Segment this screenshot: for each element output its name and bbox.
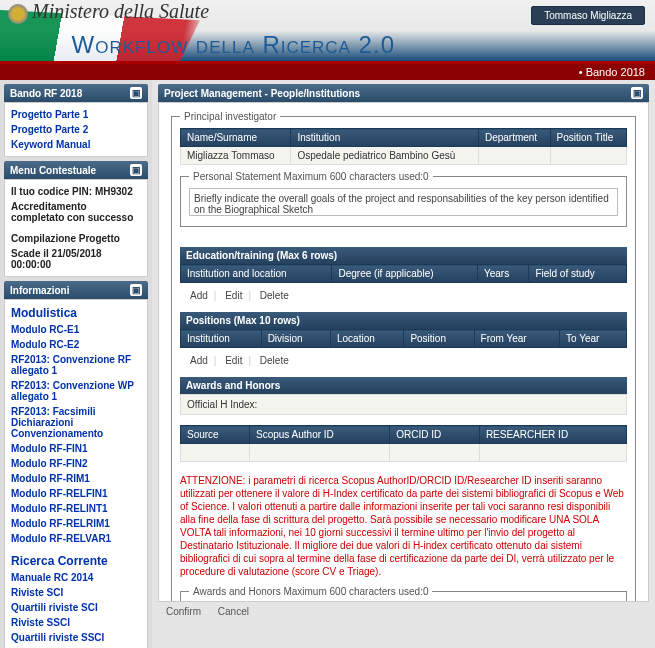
sidebar-link[interactable]: Modulo RF-RELRIM1 [9,516,143,531]
ricerca-heading: Ricerca Corrente [9,552,143,570]
awards-section-header: Awards and Honors [180,377,627,394]
education-table: Institution and location Degree (if appl… [180,264,627,283]
sidebar-link[interactable]: Modulo RC-E2 [9,337,143,352]
th-position: Position Title [550,129,627,147]
edit-button[interactable]: Edit [225,355,242,366]
th-researcher: RESEARCHER ID [479,426,626,444]
ps-legend: Personal Statement Maximum 600 character… [189,171,433,182]
ids-table: Source Scopus Author ID ORCID ID RESEARC… [180,425,627,462]
sidebar-link[interactable]: Modulo RF-RELINT1 [9,501,143,516]
sidebar-link[interactable]: Modulo RF-RELVAR1 [9,531,143,546]
th-edu-field: Field of study [529,265,627,283]
th-pos-loc: Location [330,330,403,348]
education-section-header: Education/training (Max 6 rows) [180,247,627,264]
sidebar-link[interactable]: Progetto Parte 1 [9,107,143,122]
th-department: Department [478,129,550,147]
th-orcid: ORCID ID [390,426,480,444]
sidebar-link[interactable]: Riviste SSCI [9,615,143,630]
sidebar-link[interactable]: Quartili riviste SSCI [9,630,143,645]
sidebar-link[interactable]: RF2013: Convenzione RF allegato 1 [9,352,143,378]
education-toolbar: Add| Edit| Delete [180,287,627,304]
th-pos-to: To Year [559,330,626,348]
cell-researcher [479,444,626,462]
app-header: Ministero della Salute Tommaso Migliazza… [0,0,655,64]
positions-table: Institution Division Location Position F… [180,329,627,348]
th-pos-from: From Year [474,330,559,348]
sidebar-link[interactable]: Quartili riviste SCI [9,600,143,615]
sidebar-link[interactable]: RF2013: Convenzione WP allegato 1 [9,378,143,404]
sidebar-link[interactable]: RF2013: Facsimili Dichiarazioni Convenzi… [9,404,143,441]
accreditamento-label: Accreditamento completato con successo [9,199,143,225]
cell-department [478,147,550,165]
sidebar-link[interactable]: Progetto Parte 2 [9,122,143,137]
cell-source [181,444,250,462]
collapse-icon[interactable]: ▣ [631,87,643,99]
th-pos-pos: Position [404,330,474,348]
th-edu-years: Years [477,265,528,283]
pin-label: Il tuo codice PIN: MH9302 [9,184,143,199]
table-row[interactable]: Migliazza Tommaso Ospedale pediatrico Ba… [181,147,627,165]
hindex-row: Official H Index: [180,394,627,415]
awards-text-fieldset: Awards and Honors Maximum 600 characters… [180,586,627,602]
cell-institution: Ospedale pediatrico Bambino Gesù [291,147,479,165]
deadline-label: Scade il 21/05/2018 00:00:00 [9,246,143,272]
cell-position [550,147,627,165]
ah-legend: Awards and Honors Maximum 600 characters… [189,586,432,597]
cell-orcid [390,444,480,462]
sidebar-link[interactable]: Modulo RF-FIN2 [9,456,143,471]
th-source: Source [181,426,250,444]
delete-button[interactable]: Delete [260,355,289,366]
edit-button[interactable]: Edit [225,290,242,301]
sidebar-panel-bando: Bando RF 2018 ▣ Progetto Parte 1 Progett… [4,84,148,157]
ministry-title: Ministero della Salute [32,0,209,23]
th-pos-div: Division [261,330,330,348]
sidebar-link[interactable]: Riviste SCI [9,585,143,600]
bando-banner: • Bando 2018 [0,64,655,80]
panel-heading[interactable]: Menu Contestuale ▣ [4,161,148,179]
sidebar-link[interactable]: Keyword Manual [9,137,143,152]
main-area: Project Management - People/Institutions… [152,80,655,648]
delete-button[interactable]: Delete [260,290,289,301]
panel-title: Bando RF 2018 [10,88,82,99]
sidebar-link[interactable]: Modulo RF-RIM1 [9,471,143,486]
main-panel-title: Project Management - People/Institutions [164,88,360,99]
sidebar: Bando RF 2018 ▣ Progetto Parte 1 Progett… [0,80,152,648]
collapse-icon[interactable]: ▣ [130,164,142,176]
sidebar-link[interactable]: Manuale RC 2014 [9,570,143,585]
emblem-icon [8,4,28,24]
sidebar-link[interactable]: Modulo RC-E1 [9,322,143,337]
warning-text: ATTENZIONE: i parametri di ricerca Scopu… [180,474,627,578]
panel-heading[interactable]: Informazioni ▣ [4,281,148,299]
collapse-icon[interactable]: ▣ [130,284,142,296]
pi-table: Name/Surname Institution Department Posi… [180,128,627,165]
content-scroll[interactable]: Principal investigator Name/Surname Inst… [158,102,649,602]
cancel-button[interactable]: Cancel [218,606,249,617]
principal-investigator-fieldset: Principal investigator Name/Surname Inst… [171,111,636,602]
th-scopus: Scopus Author ID [250,426,390,444]
positions-section-header: Positions (Max 10 rows) [180,312,627,329]
sidebar-panel-info: Informazioni ▣ Modulistica Modulo RC-E1M… [4,281,148,648]
panel-heading[interactable]: Bando RF 2018 ▣ [4,84,148,102]
user-chip[interactable]: Tommaso Migliazza [531,6,645,25]
personal-statement-textarea[interactable]: Briefly indicate the overall goals of th… [189,188,618,216]
table-row[interactable] [181,444,627,462]
sidebar-link[interactable]: Modulo RF-FIN1 [9,441,143,456]
personal-statement-fieldset: Personal Statement Maximum 600 character… [180,171,627,227]
footer-actions: Confirm Cancel [158,602,649,621]
compilazione-label: Compilazione Progetto [9,231,143,246]
panel-title: Informazioni [10,285,69,296]
panel-title: Menu Contestuale [10,165,96,176]
th-edu-degree: Degree (if applicable) [332,265,477,283]
positions-toolbar: Add| Edit| Delete [180,352,627,369]
cell-name: Migliazza Tommaso [181,147,291,165]
collapse-icon[interactable]: ▣ [130,87,142,99]
th-institution: Institution [291,129,479,147]
sidebar-link[interactable]: Modulo RF-RELFIN1 [9,486,143,501]
confirm-button[interactable]: Confirm [166,606,201,617]
add-button[interactable]: Add [190,355,208,366]
warning-prefix: ATTENZIONE: [180,475,245,486]
modulistica-heading: Modulistica [9,304,143,322]
cell-scopus [250,444,390,462]
th-pos-inst: Institution [181,330,262,348]
add-button[interactable]: Add [190,290,208,301]
